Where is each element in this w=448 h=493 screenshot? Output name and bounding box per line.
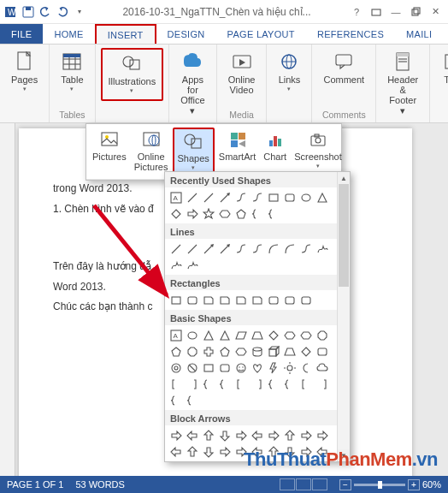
shape-item[interactable]: [233, 205, 249, 222]
shape-item[interactable]: [200, 327, 216, 343]
shape-item[interactable]: [216, 292, 233, 308]
shape-item[interactable]: [168, 241, 184, 257]
shape-item[interactable]: [281, 292, 298, 308]
tab-file[interactable]: FILE: [0, 24, 43, 44]
view-print[interactable]: [296, 478, 311, 490]
shape-item[interactable]: [298, 443, 314, 460]
tab-page-layout[interactable]: PAGE LAYOUT: [216, 24, 306, 44]
shape-item[interactable]: [298, 343, 314, 359]
shape-item[interactable]: [168, 392, 184, 408]
shape-item[interactable]: [233, 343, 249, 359]
shape-item[interactable]: [249, 343, 265, 359]
shape-item[interactable]: [200, 241, 216, 257]
shape-item[interactable]: [168, 343, 184, 359]
pictures-button[interactable]: Pictures: [89, 128, 130, 177]
shape-item[interactable]: [314, 343, 330, 359]
zoom-level[interactable]: 60%: [422, 479, 441, 490]
shape-item[interactable]: [216, 241, 233, 257]
shape-item[interactable]: [298, 327, 314, 343]
shape-item[interactable]: [233, 292, 249, 308]
shape-item[interactable]: [281, 443, 298, 460]
vertical-ruler[interactable]: [0, 123, 15, 476]
online-pictures-button[interactable]: Online Pictures: [131, 128, 172, 177]
shape-item[interactable]: [184, 392, 200, 408]
illustrations-button[interactable]: Illustrations▾: [101, 48, 164, 101]
shape-item[interactable]: [184, 241, 200, 257]
tab-references[interactable]: REFERENCES: [306, 24, 395, 44]
shape-item[interactable]: [314, 427, 330, 443]
shape-item[interactable]: [200, 189, 216, 205]
apps-button[interactable]: Apps for Office ▾: [174, 48, 211, 118]
shape-item[interactable]: [233, 427, 249, 443]
shape-item[interactable]: [233, 189, 249, 205]
shape-item[interactable]: [281, 427, 298, 443]
shape-item[interactable]: [265, 376, 281, 392]
shape-item[interactable]: [168, 292, 184, 308]
text-button[interactable]: A Text▾: [435, 48, 448, 98]
minimize-icon[interactable]: —: [386, 4, 405, 20]
qat-customize-icon[interactable]: ▾: [72, 4, 86, 19]
restore-icon[interactable]: [406, 4, 425, 20]
shape-item[interactable]: [184, 189, 200, 205]
shape-item[interactable]: [298, 376, 314, 392]
shape-item[interactable]: [233, 359, 249, 376]
shape-item[interactable]: [233, 376, 249, 392]
shape-item[interactable]: [200, 292, 216, 308]
redo-icon[interactable]: [55, 4, 69, 19]
shape-item[interactable]: [216, 327, 233, 343]
shape-item[interactable]: [265, 327, 281, 343]
shape-item[interactable]: [298, 292, 314, 308]
shape-item[interactable]: [184, 376, 200, 392]
view-read[interactable]: [280, 478, 295, 490]
shape-item[interactable]: [298, 359, 314, 376]
scroll-up-icon[interactable]: ▲: [338, 172, 350, 184]
shape-item[interactable]: [281, 327, 298, 343]
zoom-slider[interactable]: [354, 484, 405, 486]
shape-item[interactable]: [184, 292, 200, 308]
shape-item[interactable]: [298, 427, 314, 443]
shape-item[interactable]: [184, 443, 200, 460]
shape-item[interactable]: [249, 292, 265, 308]
shape-item[interactable]: [216, 343, 233, 359]
shape-item[interactable]: [200, 205, 216, 222]
undo-icon[interactable]: [38, 4, 52, 19]
status-words[interactable]: 53 WORDS: [75, 479, 124, 490]
shape-item[interactable]: A: [168, 327, 184, 343]
shape-item[interactable]: [314, 443, 330, 460]
shape-item[interactable]: [314, 359, 330, 376]
shape-item[interactable]: [200, 343, 216, 359]
shape-item[interactable]: [168, 257, 184, 273]
shape-item[interactable]: [265, 292, 281, 308]
shape-item[interactable]: [314, 376, 330, 392]
shape-item[interactable]: [249, 443, 265, 460]
shape-item[interactable]: [249, 376, 265, 392]
shape-item[interactable]: [314, 241, 330, 257]
tab-home[interactable]: HOME: [43, 24, 94, 44]
shape-item[interactable]: [265, 443, 281, 460]
shape-item[interactable]: [168, 443, 184, 460]
scroll-down-icon[interactable]: ▼: [338, 449, 350, 461]
save-icon[interactable]: [21, 4, 35, 19]
tab-design[interactable]: DESIGN: [156, 24, 216, 44]
shape-item[interactable]: [233, 327, 249, 343]
shape-item[interactable]: [249, 327, 265, 343]
shape-item[interactable]: [168, 359, 184, 376]
shape-item[interactable]: [281, 376, 298, 392]
shape-item[interactable]: [314, 327, 330, 343]
shape-item[interactable]: [265, 205, 281, 222]
shape-item[interactable]: [265, 189, 281, 205]
shape-item[interactable]: [184, 343, 200, 359]
tab-insert[interactable]: INSERT: [95, 24, 156, 44]
ribbon-display-icon[interactable]: [367, 4, 386, 20]
shape-item[interactable]: [281, 189, 298, 205]
pages-button[interactable]: Pages▾: [5, 48, 44, 98]
shape-item[interactable]: [184, 359, 200, 376]
shape-item[interactable]: [216, 205, 233, 222]
comment-button[interactable]: Comment: [317, 48, 370, 98]
chart-button[interactable]: Chart: [260, 128, 290, 177]
shape-item[interactable]: [298, 189, 314, 205]
shape-item[interactable]: [265, 427, 281, 443]
online-video-button[interactable]: Online Video: [222, 48, 262, 98]
shapes-scrollbar[interactable]: ▲ ▼: [337, 172, 350, 461]
shape-item[interactable]: [184, 427, 200, 443]
